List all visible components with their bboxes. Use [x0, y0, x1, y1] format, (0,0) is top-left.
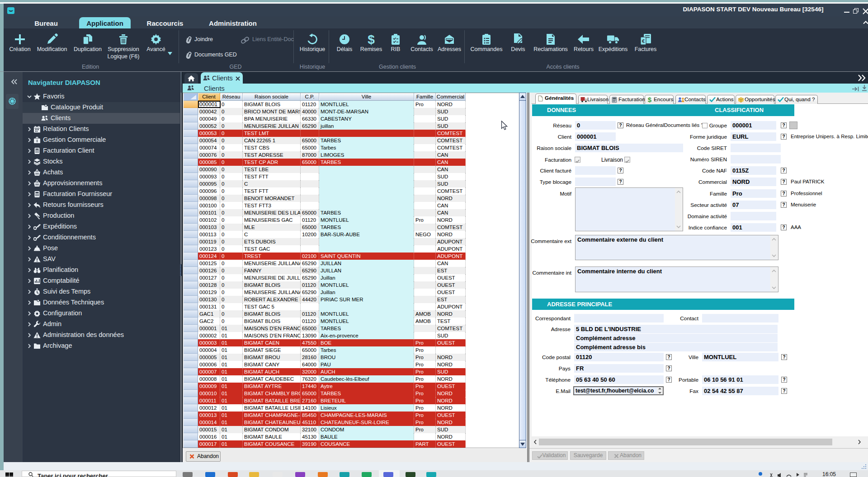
- svg-text:$: $: [368, 33, 375, 45]
- svg-text:$: $: [648, 97, 652, 103]
- svg-text:€: €: [642, 38, 645, 44]
